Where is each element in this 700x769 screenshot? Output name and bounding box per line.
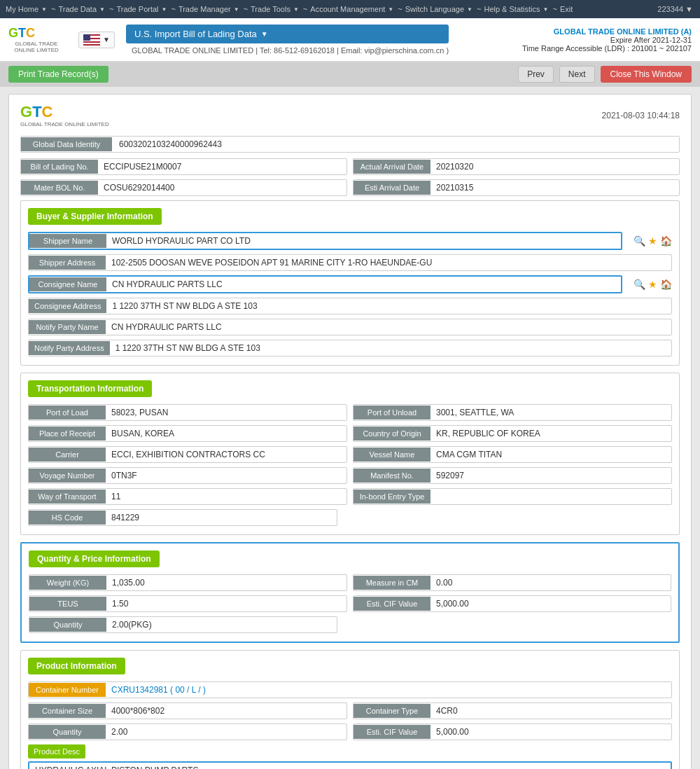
consignee-name-field: Consignee Name CN HYDRAULIC PARTS LLC [28,275,622,293]
product-desc-label: Product Desc [28,744,85,758]
chevron-down-icon: ▼ [293,6,299,13]
product-desc-area: Product Desc HYDRAULIC AXIAL PISTON PUMP… [28,744,672,769]
search-icon[interactable]: 🔍 [634,235,645,247]
search-icon[interactable]: 🔍 [634,279,645,290]
shipper-address-value: 102-2505 DOOSAN WEVE POSEIDON APT 91 MAR… [106,255,671,270]
shipper-address-field: Shipper Address 102-2505 DOOSAN WEVE POS… [28,254,672,271]
country-of-origin-label: Country of Origin [354,427,430,441]
transportation-title: Transportation Information [28,380,152,397]
actual-arrival-label: Actual Arrival Date [354,160,430,174]
in-bond-entry-value [430,494,671,499]
consignee-address-row: Consignee Address 1 1220 37TH ST NW BLDG… [28,298,672,314]
data-selector-button[interactable]: U.S. Import Bill of Lading Data ▼ [126,25,449,43]
us-flag-icon [83,34,100,46]
consignee-address-value: 1 1220 37TH ST NW BLDG A STE 103 [106,298,671,314]
manifest-no-label: Manifest No. [354,469,430,483]
main-content: GTC GLOBAL TRADE ONLINE LIMITED 2021-08-… [0,87,700,769]
transport-row-6: HS Code 841229 [28,509,672,526]
carrier-label: Carrier [29,448,106,462]
measure-value: 0.00 [430,575,671,590]
user-id: 223344 ▼ [657,5,693,13]
mbol-row: Mater BOL No. COSU6292014400 Esti Arriva… [20,179,680,196]
notify-party-address-label: Notify Party Address [29,341,110,355]
notify-party-address-value: 1 1220 37TH ST NW BLDG A STE 103 [110,340,671,356]
home-icon[interactable]: 🏠 [660,235,672,247]
record-logo: GTC GLOBAL TRADE ONLINE LIMITED [20,103,109,127]
weight-field: Weight (KG) 1,035.00 [29,574,347,591]
container-type-field: Container Type 4CR0 [353,702,672,719]
next-button[interactable]: Next [559,66,595,83]
account-expire: Expire After 2021-12-31 [522,36,692,44]
buyer-supplier-section: Buyer & Supplier Information Shipper Nam… [20,200,680,366]
container-size-value: 4000*806*802 [106,703,346,719]
global-data-identity-label: Global Data Identity [21,137,112,151]
container-number-field: Container Number CXRU1342981 ( 00 / L / … [28,681,672,698]
teus-value: 1.50 [106,596,346,611]
chevron-down-icon: ▼ [41,6,47,13]
record-card: GTC GLOBAL TRADE ONLINE LIMITED 2021-08-… [8,94,692,769]
mater-bol-value: COSU6292014400 [98,180,346,195]
chevron-down-icon: ▼ [543,6,549,13]
container-type-label: Container Type [354,704,430,718]
shipper-icons: 🔍 ★ 🏠 [634,232,672,250]
transportation-section: Transportation Information Port of Load … [20,373,680,535]
nav-switch-language[interactable]: Switch Language ▼ [405,5,474,13]
shipper-name-field: Shipper Name WORLD HYDRAULIC PART CO LTD [28,232,622,250]
nav-account-management[interactable]: Account Management ▼ [310,5,395,13]
account-info: GLOBAL TRADE ONLINE LIMITED (A) Expire A… [522,27,692,53]
nav-trade-tools[interactable]: Trade Tools ▼ [251,5,300,13]
top-navigation: My Home ▼ ~ Trade Data ▼ ~ Trade Portal … [0,0,700,18]
consignee-name-value: CN HYDRAULIC PARTS LLC [106,277,621,292]
nav-trade-manager[interactable]: Trade Manager ▼ [178,5,241,13]
home-icon[interactable]: 🏠 [660,279,672,290]
weight-label: Weight (KG) [29,576,106,590]
container-number-row: Container Number CXRU1342981 ( 00 / L / … [28,681,672,698]
consignee-address-field: Consignee Address 1 1220 37TH ST NW BLDG… [28,298,672,314]
notify-party-name-label: Notify Party Name [29,320,106,334]
port-of-unload-field: Port of Unload 3001, SEATTLE, WA [353,404,672,421]
container-size-field: Container Size 4000*806*802 [28,702,347,719]
chevron-down-icon: ▼ [103,36,110,43]
country-of-origin-field: Country of Origin KR, REPUBLIC OF KOREA [353,425,672,442]
esti-arrival-field: Esti Arrival Date 20210315 [353,179,680,196]
transport-row-5: Way of Transport 11 In-bond Entry Type [28,488,672,505]
close-button[interactable]: Close This Window [601,66,692,83]
actual-arrival-field: Actual Arrival Date 20210320 [353,158,680,175]
nav-trade-portal[interactable]: Trade Portal ▼ [116,5,168,13]
buyer-supplier-title: Buyer & Supplier Information [28,208,162,225]
teus-field: TEUS 1.50 [29,595,347,612]
way-of-transport-field: Way of Transport 11 [28,488,347,505]
product-esti-cif-field: Esti. CIF Value 5,000.00 [353,723,672,740]
prev-button[interactable]: Prev [518,66,554,83]
nav-trade-data[interactable]: Trade Data ▼ [58,5,106,13]
country-of-origin-value: KR, REPUBLIC OF KOREA [430,426,671,441]
record-timestamp: 2021-08-03 10:44:18 [602,111,680,120]
toolbar-top: Print Trade Record(s) Prev Next Close Th… [0,62,700,87]
port-of-load-field: Port of Load 58023, PUSAN [28,404,347,421]
quantity-label: Quantity [29,618,106,632]
logo-subtitle: GLOBAL TRADE ONLINE LIMITED [8,41,64,53]
place-of-receipt-value: BUSAN, KOREA [106,426,346,441]
transport-row-4: Voyage Number 0TN3F Manifest No. 592097 [28,467,672,484]
nav-help-statistics[interactable]: Help & Statistics ▼ [484,5,550,13]
hs-code-field: HS Code 841229 [28,509,337,526]
print-button[interactable]: Print Trade Record(s) [8,66,108,83]
flag-selector[interactable]: ▼ [78,32,115,48]
record-logo-subtitle: GLOBAL TRADE ONLINE LIMITED [20,121,109,127]
shipper-name-row: Shipper Name WORLD HYDRAULIC PART CO LTD… [28,232,672,250]
manifest-no-field: Manifest No. 592097 [353,467,672,484]
product-quantity-label: Quantity [29,725,106,739]
star-icon[interactable]: ★ [648,235,657,247]
shipper-name-label: Shipper Name [29,234,106,248]
place-of-receipt-label: Place of Receipt [29,427,106,441]
star-icon[interactable]: ★ [648,279,657,290]
nav-exit[interactable]: Exit [560,5,574,13]
chevron-down-icon: ▼ [467,6,472,13]
way-of-transport-label: Way of Transport [29,490,106,504]
product-desc-value: HYDRAULIC AXIAL PISTON PUMP PARTS [28,761,672,769]
nav-my-home[interactable]: My Home ▼ [6,5,48,13]
container-number-label: Container Number [29,683,106,697]
in-bond-entry-field: In-bond Entry Type [353,488,672,505]
place-of-receipt-field: Place of Receipt BUSAN, KOREA [28,425,347,442]
consignee-address-label: Consignee Address [29,299,106,313]
